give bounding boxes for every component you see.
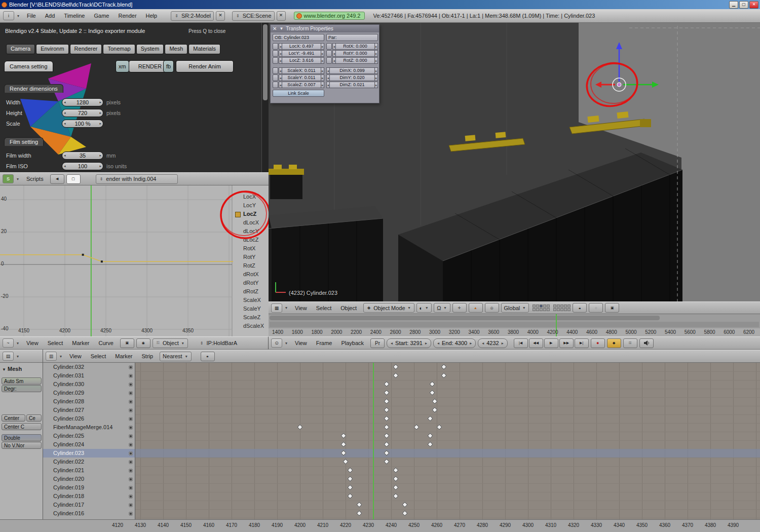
keyframe-diamond[interactable] [393, 372, 398, 378]
ipo-channel-scalex[interactable]: ScaleX [232, 296, 269, 305]
visibility-eye-icon[interactable] [129, 391, 133, 395]
dim-field-height[interactable]: ◂720▸ [62, 109, 103, 117]
draw-type-selector[interactable]: ◐▾ [416, 303, 432, 313]
mesh-button-degr-[interactable]: Degr: [2, 385, 42, 392]
viewport-menu-object[interactable]: Object [336, 304, 361, 312]
dope-channel-cylinder.027[interactable]: Cylinder.027 [43, 406, 135, 414]
scrollbar-thumb[interactable] [263, 24, 268, 100]
menubar-menu-add[interactable]: Add [41, 12, 60, 20]
keyframe-diamond[interactable] [356, 502, 362, 507]
dope-channel-cylinder.021[interactable]: Cylinder.021 [43, 466, 135, 475]
layer-buttons-left[interactable] [533, 305, 550, 311]
decrement-icon[interactable]: ◂ [279, 82, 282, 88]
keyframe-diamond[interactable] [347, 493, 353, 499]
blendigo-tab-environm[interactable]: Environm [36, 44, 68, 54]
keyframe-diamond[interactable] [384, 381, 389, 387]
ipo-datablock[interactable]: IP:HoldBarA [206, 340, 237, 346]
decrement-icon[interactable]: ◂ [326, 82, 330, 88]
film-setting-header[interactable]: Film setting [4, 137, 44, 146]
scripts-editor-icon[interactable]: S [3, 174, 14, 183]
chevron-down-icon[interactable]: ▾ [16, 354, 20, 359]
decrement-icon[interactable]: ◂ [64, 100, 66, 104]
keyframe-diamond[interactable] [384, 415, 389, 421]
dope-channel-cylinder.024[interactable]: Cylinder.024 [43, 440, 135, 449]
ipo-menu-view[interactable]: View [22, 339, 43, 347]
keyframe-diamond[interactable] [384, 390, 389, 395]
keyframe-diamond[interactable] [384, 441, 389, 447]
dim-field-width[interactable]: ◂1280▸ [62, 98, 103, 106]
timeline-menu-view[interactable]: View [290, 339, 312, 347]
timeline-menu-frame[interactable]: Frame [312, 339, 337, 347]
increment-icon[interactable]: ▸ [374, 57, 378, 64]
decrement-icon[interactable]: ◂ [64, 122, 66, 126]
scale-field[interactable]: ScaleX: 0.011 [282, 67, 321, 74]
increment-icon[interactable]: ▸ [374, 43, 378, 50]
chevron-down-icon[interactable]: ▾ [284, 306, 288, 310]
visibility-eye-icon[interactable] [129, 460, 133, 464]
increment-icon[interactable]: ▸ [321, 67, 324, 74]
ipo-channel-roty[interactable]: RotY [232, 253, 269, 261]
insert-key-icon[interactable] [273, 50, 278, 57]
maximize-button[interactable]: ▢ [739, 1, 748, 9]
dim-field[interactable]: DimX: 0.099 [330, 67, 374, 74]
snap-selector[interactable]: Nearest ▾ [160, 352, 192, 361]
ipo-channel-droty[interactable]: dRotY [232, 279, 269, 287]
increment-icon[interactable]: ▸ [99, 122, 101, 126]
keyframe-diamond[interactable] [384, 407, 389, 412]
increment-icon[interactable]: ▸ [374, 74, 378, 81]
decrement-icon[interactable]: ◂ [279, 57, 282, 64]
keyframe-diamond[interactable] [393, 467, 398, 473]
info-editor-icon[interactable]: i [3, 11, 14, 20]
back-button[interactable]: ◀ [50, 174, 64, 184]
visibility-eye-icon[interactable] [129, 477, 133, 481]
increment-icon[interactable]: ▸ [321, 74, 324, 81]
visibility-eye-icon[interactable] [129, 512, 133, 516]
link-scale-button[interactable]: Link Scale [273, 90, 324, 97]
dope-channel-cylinder.019[interactable]: Cylinder.019 [43, 483, 135, 492]
blendigo-tab-renderer[interactable]: Renderer [70, 44, 102, 54]
ipo-menu-select[interactable]: Select [43, 339, 68, 347]
3d-viewport[interactable]: (4232) Cylinder.023 ✕ ▼ Transform Proper… [269, 23, 760, 301]
keyframe-diamond[interactable] [343, 459, 348, 464]
loc-field[interactable]: LocZ: 3.616 [282, 57, 321, 64]
scene-delete-button[interactable]: ✕ [277, 11, 286, 21]
increment-icon[interactable]: ▸ [321, 82, 324, 88]
blendigo-scrollbar[interactable] [261, 23, 269, 172]
dope-channel-fibermanagemerge.014[interactable]: FiberManageMerge.014 [43, 423, 135, 432]
viewport-menu-view[interactable]: View [290, 304, 312, 312]
dope-channel-cylinder.031[interactable]: Cylinder.031 [43, 371, 135, 380]
loc-field[interactable]: LocX: 0.497 [282, 43, 321, 50]
rot-field[interactable]: RotY: 0.000 [336, 50, 374, 57]
keyframe-diamond[interactable] [384, 459, 389, 464]
scene-selector[interactable]: ⇕ SCE:Scene [232, 11, 275, 21]
dope-channel-cylinder.025[interactable]: Cylinder.025 [43, 432, 135, 440]
decrement-icon[interactable]: ◂ [332, 43, 336, 50]
dope-channel-cylinder.026[interactable]: Cylinder.026 [43, 414, 135, 423]
ipo-channel-drotz[interactable]: dRotZ [232, 287, 269, 296]
layer-buttons-right[interactable] [553, 305, 571, 311]
increment-icon[interactable]: ▸ [99, 100, 101, 104]
dope-channel-cylinder.030[interactable]: Cylinder.030 [43, 380, 135, 389]
visibility-eye-icon[interactable] [129, 503, 133, 507]
ipo-channel-dlocx[interactable]: dLocX [232, 218, 269, 227]
dope-channel-cylinder.017[interactable]: Cylinder.017 [43, 501, 135, 509]
ipo-channel-locx[interactable]: LocX [232, 193, 269, 201]
start-frame-field[interactable]: ◂Start: 3291▸ [387, 338, 431, 348]
current-frame-field[interactable]: ◂4232▸ [478, 338, 508, 348]
viewport-editor-icon[interactable]: ▦ [271, 303, 282, 313]
action-menu-marker[interactable]: Marker [110, 352, 137, 360]
ipo-channel-rotz[interactable]: RotZ [232, 261, 269, 270]
keyframe-diamond[interactable] [347, 467, 353, 473]
end-frame-field[interactable]: ◂End: 4300▸ [433, 338, 476, 348]
timeline-editor-icon[interactable]: ⊙ [271, 338, 282, 348]
mesh-button-center[interactable]: Center [2, 414, 25, 422]
keyframe-diamond[interactable] [347, 484, 353, 490]
visibility-eye-icon[interactable] [129, 417, 133, 421]
timeline-scroll-strip[interactable] [269, 314, 760, 329]
current-frame-line[interactable] [373, 363, 374, 519]
step-back-button[interactable]: ◀◀ [529, 338, 543, 348]
blender-org-link[interactable]: www.blender.org 249.2 [294, 12, 365, 20]
record-button[interactable]: ● [591, 338, 605, 348]
mode-selector[interactable]: ◆ Object Mode ▾ [363, 303, 414, 313]
lock-icon[interactable]: 🔒︎ [201, 352, 215, 361]
